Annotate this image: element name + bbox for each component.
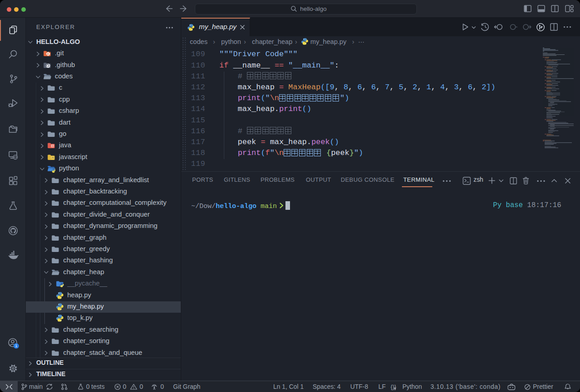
svg-text:1: 1 [15,344,17,348]
